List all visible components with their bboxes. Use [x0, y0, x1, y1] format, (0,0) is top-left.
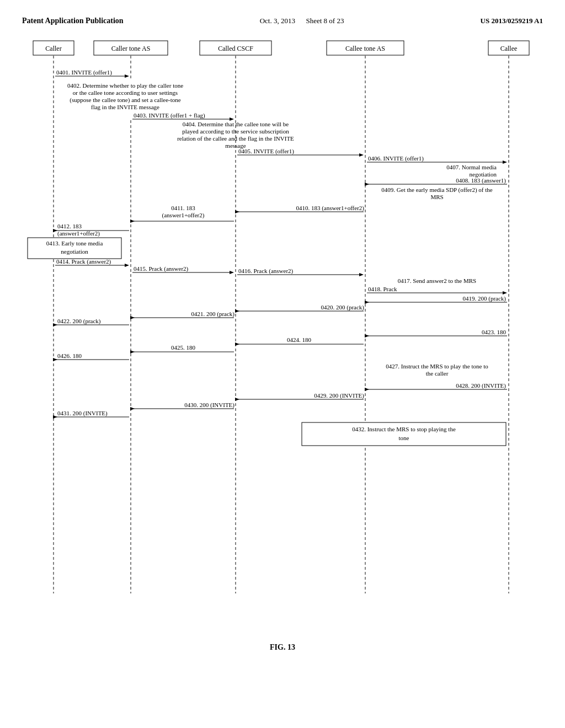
label-0419: 0419. 200 (prack) — [462, 295, 506, 302]
label-0410: 0410. 183 (answer1+offer2) — [296, 205, 364, 212]
label-0426: 0426. 180 — [57, 352, 82, 359]
label-0402-3: (suppose the callee tone) and set a call… — [70, 97, 180, 104]
label-0404-1: 0404. Determine that the callee tone wil… — [183, 121, 289, 127]
callee-tone-as-label: Callee tone AS — [345, 45, 385, 52]
label-0411-2: (answer1+offer2) — [162, 212, 205, 219]
label-0408: 0408. 183 (answer1) — [456, 177, 506, 184]
callee-label: Callee — [500, 45, 518, 52]
header-sheet: Sheet 8 of 23 — [306, 17, 344, 25]
label-0424: 0424. 180 — [287, 336, 312, 343]
label-0404-2: played according to the service subscrip… — [182, 128, 289, 135]
label-0405: 0405. INVITE (offer1) — [238, 148, 294, 155]
page: Patent Application Publication Oct. 3, 2… — [0, 0, 565, 728]
label-0415: 0415. Prack (answer2) — [134, 265, 189, 272]
called-cscf-label: Called CSCF — [218, 45, 253, 52]
header-date: Oct. 3, 2013 — [260, 17, 295, 25]
label-0404-3: relation of the callee and the flag in t… — [177, 135, 294, 142]
header-date-sheet: Oct. 3, 2013 Sheet 8 of 23 — [260, 17, 344, 25]
label-0402-2: or the callee tone according to user set… — [73, 89, 178, 96]
label-0431: 0431. 200 (INVITE) — [57, 410, 108, 417]
label-0422: 0422. 200 (prack) — [57, 318, 101, 325]
label-0429: 0429. 200 (INVITE) — [314, 392, 364, 399]
label-0420: 0420. 200 (prack) — [321, 304, 364, 311]
label-0423: 0423. 180 — [482, 329, 507, 335]
label-0421: 0421. 200 (prack) — [191, 311, 234, 318]
label-0401: 0401. INVITE (offer1) — [56, 69, 112, 76]
label-0409-2: MRS — [430, 194, 443, 200]
label-0432-1: 0432. Instruct the MRS to stop playing t… — [352, 426, 456, 432]
label-0412-2: (answer1+offer2) — [57, 230, 100, 237]
label-0417: 0417. Send answer2 to the MRS — [398, 277, 476, 284]
label-0430: 0430. 200 (INVITE) — [184, 402, 234, 409]
label-0409-1: 0409. Get the early media SDP (offer2) o… — [381, 186, 492, 194]
label-0427-2: the caller — [426, 370, 449, 377]
caller-label: Caller — [45, 45, 61, 52]
diagram-svg: Caller Caller tone AS Called CSCF Callee… — [23, 36, 542, 632]
label-0414: 0414. Prack (answer2) — [56, 258, 111, 265]
label-0418: 0418. Prack — [368, 286, 397, 292]
label-0413-1: 0413. Early tone media — [46, 240, 103, 247]
label-0416: 0416. Prack (answer2) — [238, 267, 294, 275]
label-0402-1: 0402. Determine whether to play the call… — [67, 82, 183, 89]
header-publication-label: Patent Application Publication — [22, 17, 124, 25]
page-header: Patent Application Publication Oct. 3, 2… — [22, 11, 543, 36]
label-0402-4: flag in the INVITE message — [91, 104, 159, 110]
label-0425: 0425. 180 — [171, 344, 196, 351]
label-0428: 0428. 200 (INVITE) — [456, 382, 506, 389]
caller-tone-as-label: Caller tone AS — [111, 45, 151, 52]
label-0413-2: negotiation — [61, 248, 88, 255]
header-patent-number: US 2013/0259219 A1 — [481, 17, 543, 25]
label-0427-1: 0427. Instruct the MRS to play the tone … — [386, 363, 488, 370]
label-0411-1: 0411. 183 — [171, 205, 195, 211]
label-0403: 0403. INVITE (offer1 + flag) — [134, 112, 205, 119]
label-0406: 0406. INVITE (offer1) — [368, 155, 424, 162]
label-0412-1: 0412. 183 — [57, 223, 82, 229]
label-0407-1: 0407. Normal media — [446, 164, 497, 170]
label-0432-2: tone — [399, 435, 409, 441]
figure-caption: FIG. 13 — [22, 643, 543, 652]
